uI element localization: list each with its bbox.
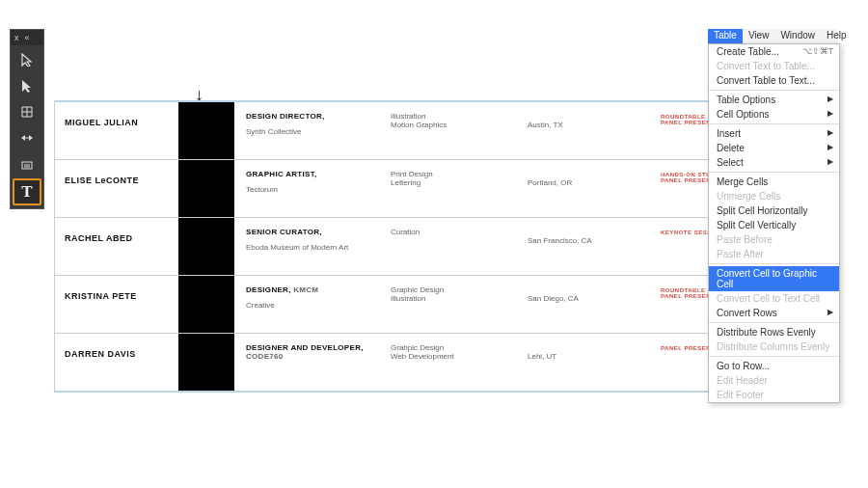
selection-tool-icon[interactable] — [14, 48, 40, 71]
skill: Motion Graphics — [391, 121, 518, 129]
separator — [709, 356, 839, 357]
tool-panel: x « T — [10, 29, 44, 209]
role-title: GRAPHIC ARTIST, — [246, 170, 381, 178]
role-org: Eboda Museum of Modern Art — [246, 243, 348, 252]
page-tool-icon[interactable] — [14, 100, 40, 123]
menu-table[interactable]: Table — [708, 29, 743, 43]
mi-split-horizontal[interactable]: Split Cell Horizontally — [709, 203, 839, 218]
role-title: DESIGN DIRECTOR, — [246, 112, 381, 121]
black-cell[interactable] — [178, 276, 234, 333]
separator — [709, 123, 839, 124]
shortcut: ⌥⇧⌘T — [802, 46, 834, 56]
location: San Diego, CA — [528, 294, 579, 303]
skill: Curation — [391, 228, 518, 236]
svg-rect-4 — [22, 162, 32, 169]
mi-create-table[interactable]: Create Table...⌥⇧⌘T — [709, 44, 839, 59]
role-title: DESIGNER AND DEVELOPER, — [246, 343, 364, 352]
skill: Graphic Design — [391, 285, 518, 294]
role-org: Creative — [246, 301, 275, 310]
role-title: DESIGNER, — [246, 285, 291, 294]
mi-merge-cells[interactable]: Merge Cells — [709, 175, 839, 189]
svg-rect-0 — [22, 107, 32, 117]
black-cell[interactable] — [178, 218, 234, 275]
black-cell[interactable] — [178, 160, 234, 217]
close-icon[interactable]: x — [14, 34, 19, 42]
menu-view[interactable]: View — [743, 29, 775, 43]
mi-convert-to-text-cell: Convert Cell to Text Cell — [709, 291, 839, 306]
content-collector-tool-icon[interactable] — [14, 152, 40, 176]
mi-distribute-cols: Distribute Columns Evenly — [709, 339, 839, 354]
chevron-right-icon: ▶ — [827, 109, 833, 118]
speaker-name: RACHEL ABED — [65, 233, 133, 243]
table-row[interactable]: RACHEL ABED SENIOR CURATOR,Eboda Museum … — [55, 218, 803, 276]
panel-header[interactable]: x « — [11, 30, 43, 45]
skill: Print Design — [391, 170, 518, 178]
mi-edit-footer: Edit Footer — [709, 388, 839, 402]
table-row[interactable]: ELISE LeCONTE GRAPHIC ARTIST,Tectorum Pr… — [55, 160, 803, 218]
location: Austin, TX — [528, 121, 563, 129]
mi-convert-to-graphic-cell[interactable]: Convert Cell to Graphic Cell — [709, 266, 839, 291]
speaker-name: DARREN DAVIS — [65, 349, 136, 359]
separator — [709, 172, 839, 173]
speaker-name: ELISE LeCONTE — [65, 176, 139, 185]
mi-cell-options[interactable]: Cell Options▶ — [709, 107, 839, 122]
mi-convert-text-to-table: Convert Text to Table... — [709, 59, 839, 73]
skill: Grahpic Design — [391, 343, 518, 352]
role-title: SENIOR CURATOR, — [246, 228, 381, 236]
chevron-right-icon: ▶ — [827, 308, 833, 316]
mi-split-vertical[interactable]: Split Cell Vertically — [709, 218, 839, 232]
mi-go-to-row[interactable]: Go to Row... — [709, 359, 839, 373]
location: Portland, OR — [528, 178, 572, 187]
role-org: CODE760 — [246, 352, 284, 361]
mi-distribute-rows[interactable]: Distribute Rows Evenly — [709, 325, 839, 339]
mi-convert-table-to-text[interactable]: Convert Table to Text... — [709, 73, 839, 88]
separator — [709, 263, 839, 264]
location: San Francisco, CA — [528, 236, 592, 245]
mi-delete[interactable]: Delete▶ — [709, 141, 839, 155]
mi-convert-rows[interactable]: Convert Rows▶ — [709, 306, 839, 320]
menu-help[interactable]: Help — [821, 29, 853, 43]
collapse-icon[interactable]: « — [25, 34, 30, 42]
black-cell[interactable] — [178, 334, 234, 391]
skill: Illustration — [391, 294, 518, 303]
chevron-right-icon: ▶ — [827, 95, 833, 103]
table-row[interactable]: MIGUEL JULIAN DESIGN DIRECTOR,Synth Coll… — [55, 102, 803, 160]
skill: Illustration — [391, 112, 518, 121]
mi-table-options[interactable]: Table Options▶ — [709, 93, 839, 107]
mi-select[interactable]: Select▶ — [709, 155, 839, 170]
speaker-name: KRISTINA PETE — [65, 291, 137, 301]
skill: Lettering — [391, 178, 518, 187]
mi-paste-after: Paste After — [709, 247, 839, 261]
separator — [709, 90, 839, 91]
black-cell[interactable] — [178, 102, 234, 159]
table-row[interactable]: DARREN DAVIS DESIGNER AND DEVELOPER, COD… — [55, 334, 803, 392]
table-row[interactable]: KRISTINA PETE DESIGNER, KMCMCreative Gra… — [55, 276, 803, 334]
mi-paste-before: Paste Before — [709, 232, 839, 247]
menubar: Table View Window Help — [708, 29, 838, 43]
role-org: KMCM — [291, 285, 319, 294]
chevron-right-icon: ▶ — [827, 128, 833, 137]
speaker-name: MIGUEL JULIAN — [65, 118, 138, 127]
table-menu-dropdown: Create Table...⌥⇧⌘T Convert Text to Tabl… — [708, 43, 840, 403]
type-tool-icon[interactable]: T — [13, 178, 41, 205]
direct-selection-tool-icon[interactable] — [14, 74, 40, 97]
separator — [709, 322, 839, 323]
role-org: Synth Collective — [246, 127, 301, 136]
document-table: MIGUEL JULIAN DESIGN DIRECTOR,Synth Coll… — [54, 100, 804, 393]
location: Lehi, UT — [528, 352, 556, 361]
chevron-right-icon: ▶ — [827, 157, 833, 166]
skill: Web Development — [391, 352, 518, 361]
chevron-right-icon: ▶ — [827, 143, 833, 151]
role-org: Tectorum — [246, 185, 278, 194]
mi-insert[interactable]: Insert▶ — [709, 126, 839, 141]
menu-window[interactable]: Window — [774, 29, 821, 43]
mi-unmerge-cells: Unmerge Cells — [709, 189, 839, 203]
gap-tool-icon[interactable] — [14, 126, 40, 149]
mi-edit-header: Edit Header — [709, 373, 839, 388]
